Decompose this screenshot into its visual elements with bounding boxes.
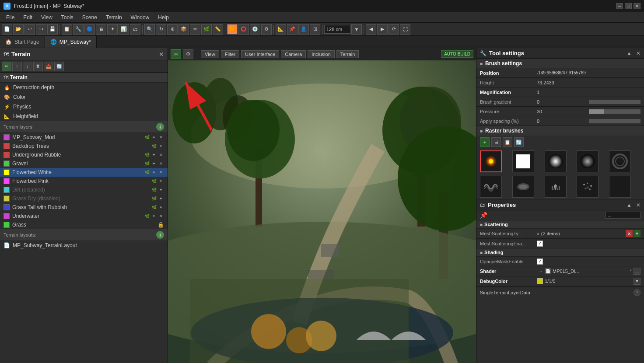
tree-item-heightfield[interactable]: 📐 Heightfield (0, 112, 168, 121)
open-button[interactable]: 📂 (13, 24, 24, 35)
toolbar-btn-9[interactable]: 🔍 (144, 24, 155, 35)
terrain-tool-4[interactable]: 🗑 (33, 62, 43, 71)
vp-tool-btn[interactable]: ⚙ (183, 49, 193, 59)
close-button[interactable]: ✕ (634, 3, 640, 9)
toolbar-btn-23[interactable]: ⊞ (310, 24, 320, 35)
brush-9[interactable] (577, 176, 598, 198)
toolbar-btn-24[interactable]: ◀ (366, 24, 376, 35)
terrain-panel-close[interactable]: ✕ (159, 51, 164, 58)
pin-icon[interactable]: 📌 (480, 212, 487, 219)
apply-spacing-bar[interactable] (589, 119, 641, 123)
toolbar-btn-17[interactable]: ⭕ (238, 24, 249, 35)
menu-edit[interactable]: Edit (19, 14, 37, 21)
pressure-bar[interactable] (589, 109, 641, 114)
brush-5[interactable] (609, 150, 631, 172)
toolbar-btn-8[interactable]: 🗂 (130, 24, 140, 35)
menu-window[interactable]: Window (126, 14, 154, 21)
raster-btn-3[interactable]: 🔄 (514, 137, 524, 147)
vp-camera-btn[interactable]: Camera (281, 50, 306, 58)
terrain-tool-5[interactable]: 📥 (44, 62, 53, 71)
properties-expand[interactable]: ▲ (626, 202, 632, 208)
toolbar-btn-3[interactable]: 🔧 (73, 24, 84, 35)
brush-settings-header[interactable]: ■ Brush settings (476, 59, 644, 68)
brush-8[interactable] (545, 176, 567, 198)
toolbar-btn-15[interactable]: 📏 (213, 24, 223, 35)
mesh-scattering-ty-add[interactable]: + (634, 230, 640, 237)
toolbar-btn-14[interactable]: 🌿 (201, 24, 212, 35)
layout-mp-subway[interactable]: 📄 MP_Subway_TerrainLayout (0, 241, 168, 250)
brush-1[interactable] (480, 150, 502, 172)
maximize-button[interactable]: □ (625, 3, 632, 9)
brush-6[interactable] (480, 176, 502, 198)
layer-flowerbed-white[interactable]: Flowerbed White 🌿 ✦ ✕ (0, 168, 168, 177)
terrain-tool-2[interactable]: ↑ (12, 62, 22, 71)
toolbar-btn-13[interactable]: ✏ (190, 24, 200, 35)
toolbar-btn-18[interactable]: 💿 (250, 24, 260, 35)
raster-btn-1[interactable]: ⊟ (491, 137, 501, 147)
layer-underwater[interactable]: Underwater 🌿 ✦ ✕ (0, 212, 168, 220)
menu-view[interactable]: View (37, 14, 57, 21)
help-button[interactable]: ? (634, 289, 640, 296)
brush-7[interactable] (512, 176, 534, 198)
toolbar-btn-7[interactable]: 📊 (119, 24, 129, 35)
undo-button[interactable]: ↩ (24, 24, 35, 35)
toolbar-btn-arrow[interactable]: ▼ (351, 24, 362, 35)
save-button[interactable]: 💾 (47, 24, 58, 35)
properties-close[interactable]: ✕ (636, 202, 640, 208)
properties-search[interactable] (606, 212, 640, 219)
toolbar-btn-21[interactable]: 📌 (287, 24, 298, 35)
gameview-button[interactable]: 🎮 (171, 49, 181, 59)
toolbar-btn-5[interactable]: 🖥 (96, 24, 106, 35)
toolbar-btn-25[interactable]: ▶ (377, 24, 388, 35)
raster-btn-2[interactable]: 📋 (503, 137, 512, 147)
minimize-button[interactable]: ─ (616, 3, 623, 9)
menu-help[interactable]: Help (154, 14, 173, 21)
layer-grass-dry[interactable]: Grass Dry (disabled) 🌿 ✦ (0, 194, 168, 203)
brush-10[interactable] (609, 176, 631, 198)
toolbar-btn-2[interactable]: 📋 (62, 24, 72, 35)
opaque-mask-checkbox[interactable]: ✓ (537, 258, 543, 265)
layer-dirt[interactable]: Dirt (disabled) 🌿 ✦ (0, 185, 168, 194)
tab-start-page[interactable]: 🏠 Start Page (0, 36, 45, 48)
menu-terrain[interactable]: Terrain (102, 14, 126, 21)
brush-gradient-bar[interactable] (589, 100, 641, 104)
add-layer-button[interactable]: + (156, 123, 164, 131)
menu-tools[interactable]: Tools (57, 14, 78, 21)
vp-inclusion-btn[interactable]: Inclusion (308, 50, 334, 58)
tree-item-color[interactable]: 🎨 Color (0, 92, 168, 102)
layer-backdrop-trees[interactable]: Backdrop Trees 🌿 ✦ (0, 142, 168, 150)
mesh-scattering-ena-checkbox[interactable]: ✓ (537, 241, 543, 247)
scattering-header[interactable]: ■ Scattering (476, 220, 644, 229)
menu-scene[interactable]: Scene (78, 14, 102, 21)
layer-mp-subway-mud[interactable]: MP_Subway_Mud 🌿 ✦ ✕ (0, 133, 168, 142)
toolbar-btn-12[interactable]: 📦 (178, 24, 189, 35)
redo-button[interactable]: ↪ (36, 24, 46, 35)
toolbar-btn-27[interactable]: ⛶ (400, 24, 410, 35)
mesh-scattering-ty-x[interactable]: ✕ (626, 230, 633, 237)
shader-more-button[interactable]: … (634, 268, 640, 275)
toolbar-btn-6[interactable]: ✦ (107, 24, 118, 35)
raster-add-button[interactable]: + (480, 137, 490, 147)
raster-brushes-header[interactable]: ■ Raster brushes (476, 126, 644, 136)
tool-settings-close[interactable]: ✕ (636, 50, 640, 56)
toolbar-btn-26[interactable]: ⟳ (388, 24, 399, 35)
brush-2[interactable] (512, 150, 534, 172)
add-layout-button[interactable]: + (156, 231, 164, 239)
vp-filter-btn[interactable]: Filter (221, 50, 239, 58)
toolbar-btn-4[interactable]: 🔵 (84, 24, 95, 35)
debug-color-swatch[interactable] (537, 278, 543, 284)
layer-underground-rubble[interactable]: Underground Rubble 🌿 ✦ ✕ (0, 150, 168, 159)
menu-file[interactable]: File (2, 14, 19, 21)
vp-ui-btn[interactable]: User Interface (241, 50, 279, 58)
new-button[interactable]: 📄 (2, 24, 12, 35)
toolbar-btn-10[interactable]: ↻ (156, 24, 166, 35)
terrain-tool-3[interactable]: ↓ (23, 62, 32, 71)
layer-flowerbed-pink[interactable]: Flowerbed Pink 🌿 ✦ (0, 177, 168, 185)
toolbar-btn-20[interactable]: 📐 (276, 24, 286, 35)
debug-color-dropdown[interactable]: ▼ (634, 278, 640, 285)
autobuild-button[interactable]: AUTO BUILD (441, 50, 473, 58)
vp-terrain-btn[interactable]: Terrain (336, 50, 359, 58)
toolbar-btn-22[interactable]: 👤 (298, 24, 309, 35)
layer-gravel[interactable]: Gravel 🌿 ✦ ✕ (0, 159, 168, 168)
vp-view-btn[interactable]: View (201, 50, 219, 58)
